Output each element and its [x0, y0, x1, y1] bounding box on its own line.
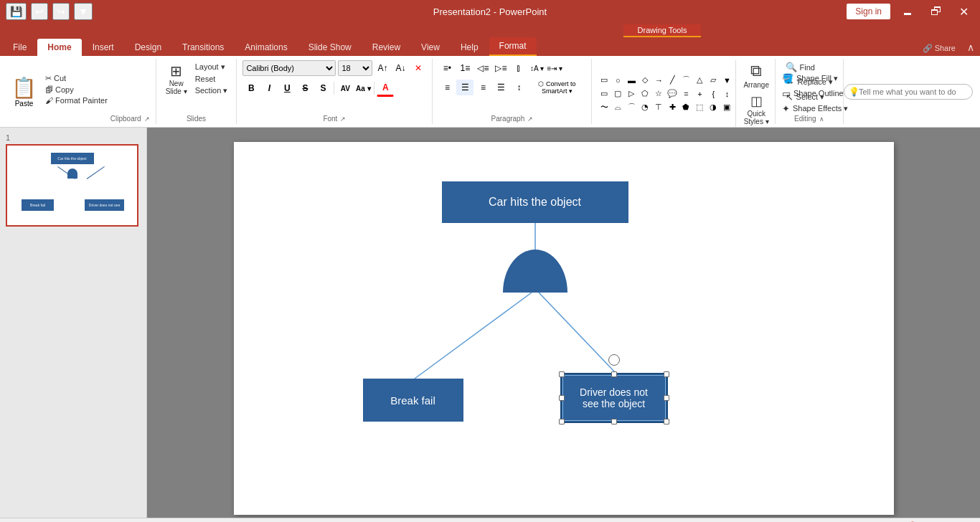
tab-slideshow[interactable]: Slide Show: [298, 39, 362, 56]
shape-more[interactable]: ▼: [720, 74, 733, 87]
shape-arc[interactable]: ⌓: [611, 101, 624, 114]
align-right-button[interactable]: ≡: [474, 80, 491, 95]
redo-button[interactable]: ↪: [52, 3, 70, 20]
shape-eq[interactable]: =: [679, 87, 692, 100]
right-box[interactable]: ↻ Driver does not see the object: [560, 373, 668, 423]
find-button[interactable]: 🔍 Find: [781, 60, 837, 74]
tab-help[interactable]: Help: [451, 39, 489, 56]
paragraph-expand-icon[interactable]: ↗: [527, 115, 533, 123]
handle-mr[interactable]: [664, 395, 669, 401]
restore-button[interactable]: 🗗: [925, 4, 948, 19]
shape-pent[interactable]: ⬠: [639, 87, 651, 100]
shape-wave[interactable]: 〜: [598, 101, 611, 114]
char-spacing-button[interactable]: AV: [336, 80, 354, 97]
tab-view[interactable]: View: [411, 39, 450, 56]
bullets-button[interactable]: ≡•: [438, 60, 456, 76]
justify-button[interactable]: ☰: [492, 80, 509, 95]
tab-format[interactable]: Format: [489, 37, 537, 56]
shape-para[interactable]: ▱: [707, 74, 720, 87]
underline-button[interactable]: U: [278, 80, 296, 97]
slide-1-thumb-wrapper[interactable]: 1 Car hits the object Break fail Driver …: [6, 133, 141, 227]
editing-expand-icon[interactable]: ∧: [819, 115, 824, 123]
shape-circle[interactable]: ○: [611, 74, 624, 87]
copy-button[interactable]: 🗐 Copy: [42, 85, 110, 95]
italic-button[interactable]: I: [260, 80, 278, 97]
convert-smartart-button[interactable]: ⬡ Convert to SmartArt ▾: [528, 80, 585, 95]
quick-styles-button[interactable]: ◫ QuickStyles ▾: [740, 92, 773, 127]
shape-pie[interactable]: ◔: [639, 101, 651, 114]
paste-button[interactable]: 📋 Paste: [6, 73, 42, 110]
handle-bl[interactable]: [559, 419, 565, 424]
customize-qat-button[interactable]: ▼: [74, 3, 93, 20]
increase-font-button[interactable]: A↑: [374, 60, 390, 76]
collapse-ribbon-button[interactable]: ∧: [961, 39, 980, 56]
shape-plus[interactable]: +: [693, 87, 706, 100]
change-case-button[interactable]: Aa ▾: [354, 80, 372, 97]
save-button[interactable]: 💾: [6, 3, 27, 20]
font-name-select[interactable]: Calibri (Body): [242, 60, 336, 76]
tab-design[interactable]: Design: [125, 39, 171, 56]
shape-decagon[interactable]: ⬟: [679, 101, 692, 114]
select-button[interactable]: ↖ Select ▾: [781, 90, 837, 104]
handle-ml[interactable]: [559, 395, 565, 401]
align-center-button[interactable]: ☰: [456, 80, 473, 95]
shape-tri2[interactable]: ▷: [625, 87, 638, 100]
text-direction-button[interactable]: ↕A ▾: [528, 60, 545, 76]
font-color-button[interactable]: A: [377, 80, 394, 97]
shape-scroll[interactable]: ↕: [720, 87, 733, 100]
shape-t[interactable]: ⊤: [652, 101, 665, 114]
clipboard-expand-icon[interactable]: ↗: [144, 115, 150, 123]
shape-cross[interactable]: ✚: [666, 101, 679, 114]
shape-star[interactable]: ☆: [652, 87, 665, 100]
cut-button[interactable]: ✂ Cut: [42, 73, 110, 84]
close-button[interactable]: ✕: [953, 4, 974, 20]
shape-rnd[interactable]: ▢: [611, 87, 624, 100]
columns-button[interactable]: ⫿: [510, 60, 527, 76]
font-size-select[interactable]: 18: [338, 60, 372, 76]
align-text-button[interactable]: ≡⇥ ▾: [546, 60, 563, 76]
rotate-handle[interactable]: ↻: [608, 354, 620, 366]
strikethrough-button[interactable]: S: [296, 80, 314, 97]
shape-rect[interactable]: ▭: [598, 74, 611, 87]
tab-file[interactable]: File: [3, 39, 37, 56]
font-expand-icon[interactable]: ↗: [340, 115, 346, 123]
share-button[interactable]: 🔗 Share: [917, 41, 961, 56]
shape-chord[interactable]: ⌒: [625, 101, 638, 114]
arrange-button[interactable]: ⧉ Arrange: [740, 60, 773, 90]
line-spacing-button[interactable]: ↕: [510, 80, 527, 95]
tab-animations[interactable]: Animations: [235, 39, 297, 56]
left-box[interactable]: Break fail: [363, 379, 463, 422]
tab-insert[interactable]: Insert: [83, 39, 124, 56]
shape-rect2[interactable]: ▬: [625, 74, 638, 87]
shape-call[interactable]: 💬: [666, 87, 679, 100]
shape-frame[interactable]: ⬚: [693, 101, 706, 114]
canvas-area[interactable]: Car hits the object Break fail ↻: [147, 128, 980, 518]
shape-curve[interactable]: ⌒: [679, 74, 692, 87]
minimize-button[interactable]: 🗕: [896, 4, 919, 19]
decrease-indent-button[interactable]: ◁≡: [474, 60, 491, 76]
undo-button[interactable]: ↩: [31, 3, 48, 20]
shape-rect3[interactable]: ▭: [598, 87, 611, 100]
layout-button[interactable]: Layout ▾: [192, 62, 231, 72]
handle-bm[interactable]: [611, 419, 617, 424]
increase-indent-button[interactable]: ▷≡: [492, 60, 509, 76]
shape-diamond[interactable]: ◇: [639, 74, 651, 87]
shape-snip[interactable]: ▣: [720, 101, 733, 114]
format-painter-button[interactable]: 🖌 Format Painter: [42, 95, 110, 105]
arch-shape[interactable]: [503, 250, 567, 293]
clear-format-button[interactable]: ✕: [410, 60, 426, 76]
shape-half[interactable]: ◑: [707, 101, 720, 114]
shadow-button[interactable]: S: [314, 80, 331, 97]
tell-me-input[interactable]: [844, 84, 973, 100]
shape-line[interactable]: ╱: [666, 74, 679, 87]
shape-arrow[interactable]: →: [652, 74, 665, 87]
sign-in-button[interactable]: Sign in: [847, 4, 890, 19]
bold-button[interactable]: B: [242, 80, 260, 97]
reset-button[interactable]: Reset: [192, 74, 231, 84]
handle-tr[interactable]: [664, 371, 669, 377]
handle-tl[interactable]: [559, 371, 565, 377]
top-box[interactable]: Car hits the object: [442, 181, 628, 223]
tab-transitions[interactable]: Transitions: [172, 39, 234, 56]
section-button[interactable]: Section ▾: [192, 85, 231, 96]
replace-button[interactable]: ↔ Replace ▾: [781, 75, 837, 89]
